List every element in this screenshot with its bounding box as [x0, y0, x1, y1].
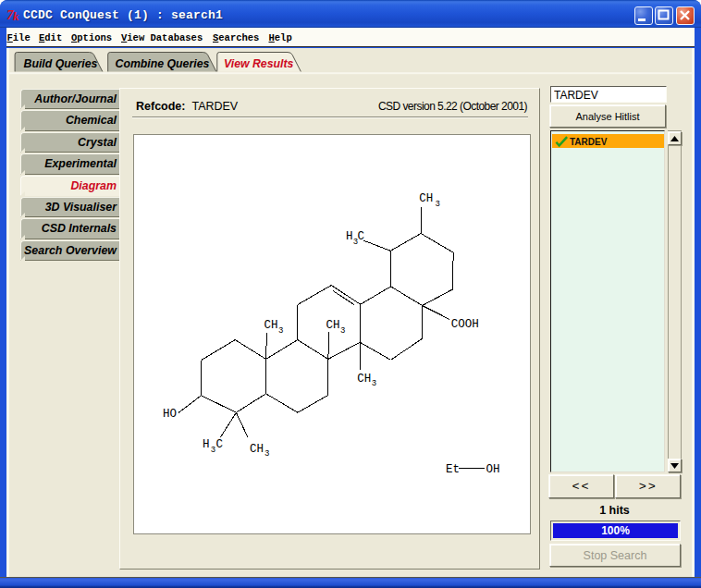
svg-text:H: H	[203, 438, 210, 451]
svg-text:CH: CH	[250, 443, 264, 456]
svg-text:C: C	[358, 230, 365, 243]
svg-text:3: 3	[372, 379, 376, 388]
svg-text:CH: CH	[357, 373, 371, 386]
svg-text:3: 3	[436, 200, 440, 209]
svg-text:H: H	[346, 230, 353, 243]
svg-text:C: C	[216, 438, 224, 451]
svg-text:3: 3	[278, 326, 283, 336]
svg-text:3: 3	[353, 238, 358, 247]
svg-text:CH: CH	[419, 192, 433, 205]
svg-text:OH: OH	[486, 463, 500, 476]
svg-text:HO: HO	[163, 408, 177, 421]
svg-text:CH: CH	[264, 319, 278, 332]
svg-text:COOH: COOH	[451, 318, 479, 331]
svg-text:3: 3	[211, 446, 215, 455]
svg-text:3: 3	[264, 449, 269, 459]
svg-text:3: 3	[340, 326, 345, 336]
svg-text:CH: CH	[326, 319, 340, 332]
svg-text:Et: Et	[446, 463, 460, 476]
